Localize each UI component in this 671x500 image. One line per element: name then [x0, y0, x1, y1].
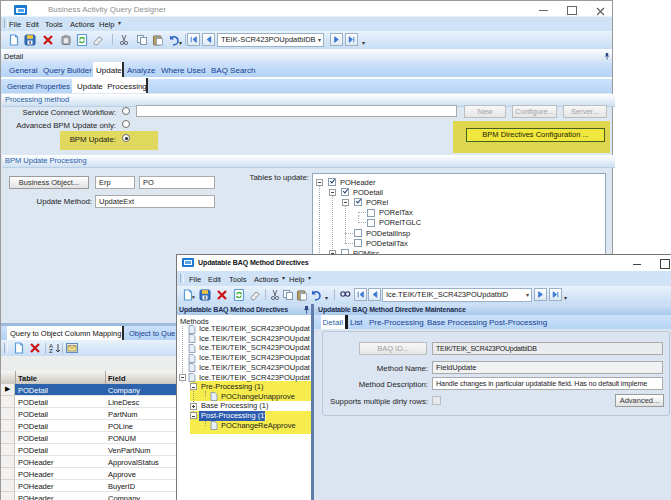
svg-text:Z: Z [49, 348, 53, 354]
